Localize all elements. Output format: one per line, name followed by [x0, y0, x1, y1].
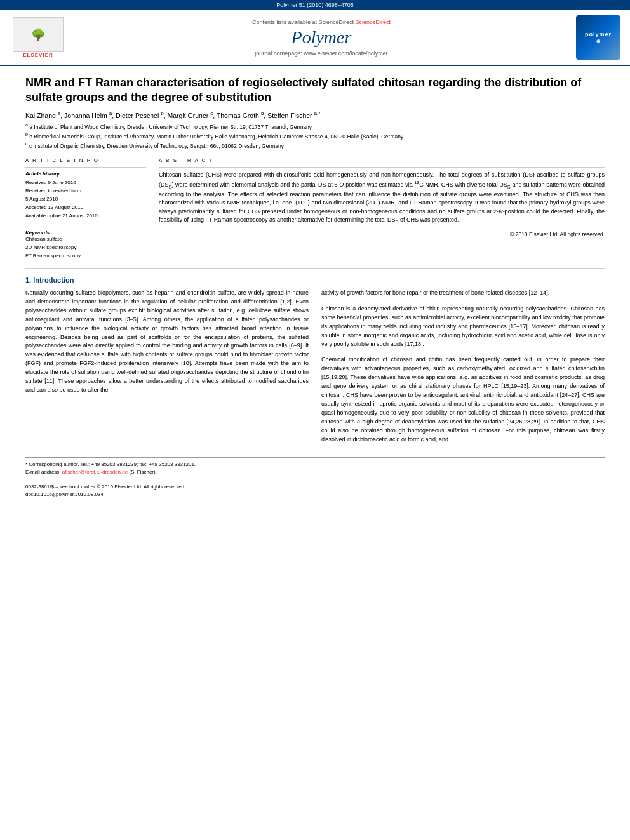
elsevier-tree-icon: 🌳 [31, 28, 45, 42]
online-date: Available online 21 August 2010 [25, 212, 146, 220]
journal-name: Polymer [73, 27, 570, 48]
footnote-doi: doi:10.1016/j.polymer.2010.08.034 [25, 491, 605, 498]
intro-right-col: activity of growth factors for bone repa… [321, 289, 605, 444]
journal-header: 🌳 ELSEVIER Contents lists available at S… [0, 10, 630, 66]
abstract-box: Chitosan sulfates (CHS) were prepared wi… [159, 167, 605, 241]
copyright-notice: © 2010 Elsevier Ltd. All rights reserved… [159, 231, 605, 237]
keywords-label: Keywords: [25, 230, 146, 236]
polymer-logo-text: polymer [585, 31, 612, 37]
abstract-text: Chitosan sulfates (CHS) were prepared wi… [159, 171, 605, 225]
journal-center: Contents lists available at ScienceDirec… [73, 19, 570, 57]
elsevier-logo-image: 🌳 [13, 17, 64, 52]
abstract-header: A B S T R A C T [159, 157, 605, 163]
intro-left-text: Naturally occurring sulfated biopolymers… [25, 289, 309, 395]
keywords-box: Keywords: Chitosan sulfate 2D-NMR spectr… [25, 230, 146, 260]
received-date: Received 9 June 2010 [25, 179, 146, 187]
polymer-logo-sub: ◉ [596, 39, 600, 44]
history-label: Article history: [25, 171, 146, 177]
elsevier-logo: 🌳 ELSEVIER [10, 17, 67, 58]
elsevier-label: ELSEVIER [23, 52, 53, 58]
footnote-email: E-mail address: afischer@forst.tu-dresde… [25, 469, 605, 476]
accepted-date: Accepted 13 August 2010 [25, 204, 146, 212]
article-info-column: A R T I C L E I N F O Article history: R… [25, 157, 146, 260]
section-divider [25, 268, 605, 269]
intro-left-col: Naturally occurring sulfated biopolymers… [25, 289, 309, 444]
introduction-body: Naturally occurring sulfated biopolymers… [25, 289, 605, 444]
article-title: NMR and FT Raman characterisation of reg… [25, 76, 605, 105]
intro-right-p2: Chitosan is a deacetylated derivative of… [321, 305, 605, 349]
main-content: NMR and FT Raman characterisation of reg… [0, 66, 630, 508]
journal-citation: Polymer 51 (2010) 4698–4705 [276, 2, 354, 8]
keyword-2: 2D-NMR spectroscopy [25, 244, 146, 252]
introduction-title: 1. Introduction [25, 276, 605, 284]
polymer-journal-logo: polymer ◉ [576, 15, 620, 60]
revised-label: Received in revised form [25, 187, 146, 196]
keyword-3: FT Raman spectroscopy [25, 252, 146, 260]
intro-right-p1: activity of growth factors for bone repa… [321, 289, 605, 298]
article-info-abstract: A R T I C L E I N F O Article history: R… [25, 157, 605, 260]
footnote-corresponding: * Corresponding author. Tel.: +49 35203 … [25, 461, 605, 469]
keyword-1: Chitosan sulfate [25, 236, 146, 244]
sciencedirect-url[interactable]: ScienceDirect [356, 19, 391, 25]
sciencedirect-link: Contents lists available at ScienceDirec… [73, 19, 570, 25]
email-link[interactable]: afischer@forst.tu-dresden.de [62, 469, 128, 475]
affiliation-a: a a Institute of Plant and Wood Chemistr… [25, 122, 605, 131]
abstract-column: A B S T R A C T Chitosan sulfates (CHS) … [159, 157, 605, 260]
footnote-area: * Corresponding author. Tel.: +49 35203 … [25, 457, 605, 498]
article-history-box: Article history: Received 9 June 2010 Re… [25, 167, 146, 223]
revised-date: 5 August 2010 [25, 196, 146, 204]
intro-right-p3: Chemical modification of chitosan and ch… [321, 356, 605, 444]
article-info-header: A R T I C L E I N F O [25, 157, 146, 163]
affiliation-c: c c Institute of Organic Chemistry, Dres… [25, 141, 605, 150]
affiliations: a a Institute of Plant and Wood Chemistr… [25, 122, 605, 150]
authors: Kai Zhang a, Johanna Helm a, Dieter Pesc… [25, 110, 605, 119]
journal-citation-bar: Polymer 51 (2010) 4698–4705 [0, 0, 630, 10]
footnote-issn: 0032-3861/$ – see front matter © 2010 El… [25, 483, 605, 491]
affiliation-b: b b Biomedical Materials Group, Institut… [25, 131, 605, 141]
journal-homepage: journal homepage: www.elsevier.com/locat… [73, 50, 570, 57]
